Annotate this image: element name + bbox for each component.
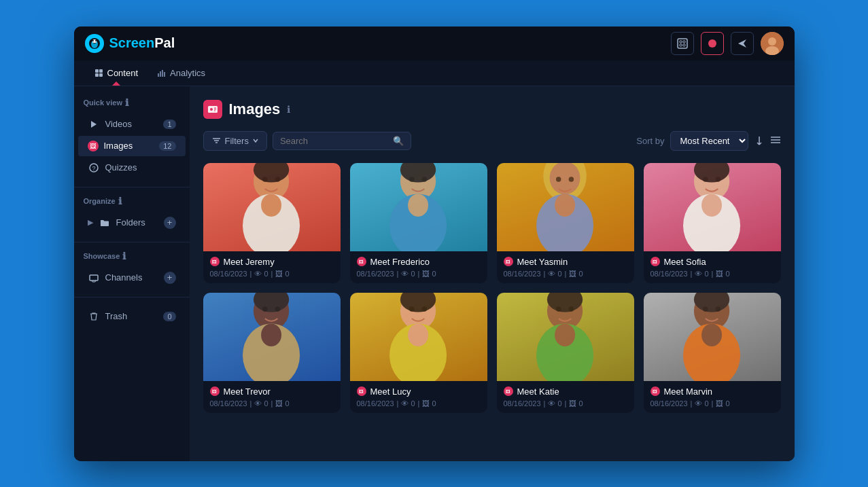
sidebar-item-channels[interactable]: Channels + xyxy=(78,267,186,289)
search-bar[interactable]: 🔍 xyxy=(273,132,411,150)
sort-select[interactable]: Most Recent Oldest Name xyxy=(670,131,748,151)
svg-point-42 xyxy=(409,177,414,181)
search-input[interactable] xyxy=(280,136,389,146)
tab-analytics[interactable]: Analytics xyxy=(147,60,215,86)
svg-rect-16 xyxy=(95,73,99,77)
filter-bar: Filters 🔍 Sort by Most Recent Oldest xyxy=(203,131,781,151)
list-view-icon[interactable] xyxy=(770,136,781,145)
sidebar-images-label: Images xyxy=(104,141,133,151)
trash-count: 0 xyxy=(163,312,175,321)
svg-point-57 xyxy=(702,194,723,217)
card-title-icon-frederico: 🖼 xyxy=(357,257,366,266)
svg-point-2 xyxy=(92,39,97,43)
card-title-trevor: 🖼 Meet Trevor xyxy=(210,386,334,397)
card-title-frederico: 🖼 Meet Frederico xyxy=(357,257,481,267)
card-meta-frederico: 08/16/2023 | 👁 0 | 🖼 0 xyxy=(357,270,481,278)
card-meta-yasmin: 08/16/2023 | 👁 0 | 🖼 0 xyxy=(504,270,627,278)
image-card-sofia[interactable]: 🖼 Meet Sofia 08/16/2023 | 👁 0 | 🖼 0 xyxy=(644,163,781,283)
organize-info-icon[interactable]: ℹ xyxy=(118,196,122,206)
trash-icon xyxy=(88,310,100,323)
sidebar-item-videos[interactable]: Videos 1 xyxy=(78,113,186,135)
svg-rect-5 xyxy=(678,39,687,48)
sidebar-folders-label: Folders xyxy=(116,217,145,228)
sidebar-trash-label: Trash xyxy=(105,311,128,321)
logo-area: ScreenPal xyxy=(85,34,175,53)
card-title-lucy: 🖼 Meet Lucy xyxy=(357,386,481,397)
images-count: 12 xyxy=(159,141,175,151)
tab-content-label: Content xyxy=(107,68,139,78)
svg-rect-9 xyxy=(683,44,685,46)
svg-point-43 xyxy=(422,177,427,181)
image-card-yasmin[interactable]: 🖼 Meet Yasmin 08/16/2023 | 👁 0 | 🖼 0 xyxy=(497,163,634,283)
svg-text:?: ? xyxy=(92,165,95,172)
svg-rect-17 xyxy=(99,73,103,77)
card-thumbnail-yasmin xyxy=(497,163,634,251)
tab-content[interactable]: Content xyxy=(85,60,148,86)
avatar[interactable] xyxy=(761,32,784,55)
organize-title: Organize ℹ xyxy=(74,196,190,206)
svg-rect-19 xyxy=(160,71,161,77)
svg-point-4 xyxy=(95,40,97,41)
videos-icon xyxy=(88,118,100,130)
sidebar-item-trash[interactable]: Trash 0 xyxy=(78,306,186,327)
svg-rect-6 xyxy=(680,41,682,43)
showcase-title: Showcase ℹ xyxy=(74,251,190,261)
sidebar-quizzes-label: Quizzes xyxy=(105,162,137,173)
sidebar: Quick view ℹ Videos 1 🖼 Images xyxy=(74,86,190,461)
sidebar-item-images[interactable]: 🖼 Images 12 xyxy=(78,136,186,156)
svg-point-63 xyxy=(262,323,282,346)
add-channel-button[interactable]: + xyxy=(164,272,176,284)
sidebar-divider-2 xyxy=(74,242,190,242)
second-nav: Content Analytics xyxy=(74,60,795,86)
card-meta-jeremy: 08/16/2023 | 👁 0 | 🖼 0 xyxy=(210,270,334,278)
image-card-frederico[interactable]: 🖼 Meet Frederico 08/16/2023 | 👁 0 | 🖼 0 xyxy=(350,163,487,283)
svg-point-10 xyxy=(708,39,716,48)
share-button[interactable] xyxy=(731,32,754,55)
main-layout: Quick view ℹ Videos 1 🖼 Images xyxy=(74,86,795,461)
card-title-icon-yasmin: 🖼 xyxy=(504,257,513,266)
image-card-marvin[interactable]: 🖼 Meet Marvin 08/16/2023 | 👁 0 | 🖼 0 xyxy=(644,293,781,413)
sidebar-divider-3 xyxy=(74,297,190,297)
card-title-jeremy: 🖼 Meet Jeremy xyxy=(210,257,334,267)
svg-rect-20 xyxy=(162,70,163,77)
svg-point-55 xyxy=(716,177,721,181)
filters-label: Filters xyxy=(225,136,249,146)
logo-name: ScreenPal xyxy=(109,35,175,51)
svg-rect-25 xyxy=(90,275,98,281)
content-area: Images ℹ Filters xyxy=(190,86,795,461)
card-meta-sofia: 08/16/2023 | 👁 0 | 🖼 0 xyxy=(650,270,774,278)
image-card-katie[interactable]: 🖼 Meet Katie 08/16/2023 | 👁 0 | 🖼 0 xyxy=(497,293,634,413)
svg-point-27 xyxy=(210,108,213,111)
sort-order-icon[interactable] xyxy=(754,135,765,146)
card-thumbnail-jeremy xyxy=(203,163,341,251)
svg-point-81 xyxy=(702,323,723,346)
card-info-marvin: 🖼 Meet Marvin 08/16/2023 | 👁 0 | 🖼 0 xyxy=(644,381,781,413)
sidebar-item-folders[interactable]: ▶ Folders + xyxy=(78,212,186,234)
svg-point-45 xyxy=(409,194,429,217)
card-title-icon-trevor: 🖼 xyxy=(210,386,220,396)
card-title-icon-jeremy: 🖼 xyxy=(210,257,220,266)
svg-point-48 xyxy=(556,177,561,181)
add-folder-button[interactable]: + xyxy=(164,217,176,229)
sidebar-videos-label: Videos xyxy=(105,119,133,129)
showcase-info-icon[interactable]: ℹ xyxy=(122,251,126,261)
channels-icon xyxy=(88,272,100,284)
sidebar-item-quizzes[interactable]: ? Quizzes xyxy=(78,157,186,179)
record-button[interactable] xyxy=(701,32,724,55)
quick-view-info-icon[interactable]: ℹ xyxy=(125,97,128,108)
card-meta-trevor: 08/16/2023 | 👁 0 | 🖼 0 xyxy=(210,399,334,408)
card-thumbnail-frederico xyxy=(350,163,487,251)
svg-point-79 xyxy=(716,306,721,311)
image-card-lucy[interactable]: 🖼 Meet Lucy 08/16/2023 | 👁 0 | 🖼 0 xyxy=(350,293,487,413)
screenshot-button[interactable] xyxy=(671,32,694,55)
svg-marker-22 xyxy=(91,121,97,128)
page-info-icon[interactable]: ℹ xyxy=(287,104,290,115)
image-card-jeremy[interactable]: 🖼 Meet Jeremy 08/16/2023 | 👁 0 | 🖼 0 xyxy=(203,163,341,283)
image-card-trevor[interactable]: 🖼 Meet Trevor 08/16/2023 | 👁 0 | 🖼 0 xyxy=(203,293,341,413)
filters-button[interactable]: Filters xyxy=(203,131,267,151)
page-title-icon xyxy=(203,100,222,119)
svg-point-72 xyxy=(556,306,561,311)
card-thumbnail-katie xyxy=(497,293,634,381)
images-icon: 🖼 xyxy=(88,141,99,151)
card-title-sofia: 🖼 Meet Sofia xyxy=(650,257,774,267)
